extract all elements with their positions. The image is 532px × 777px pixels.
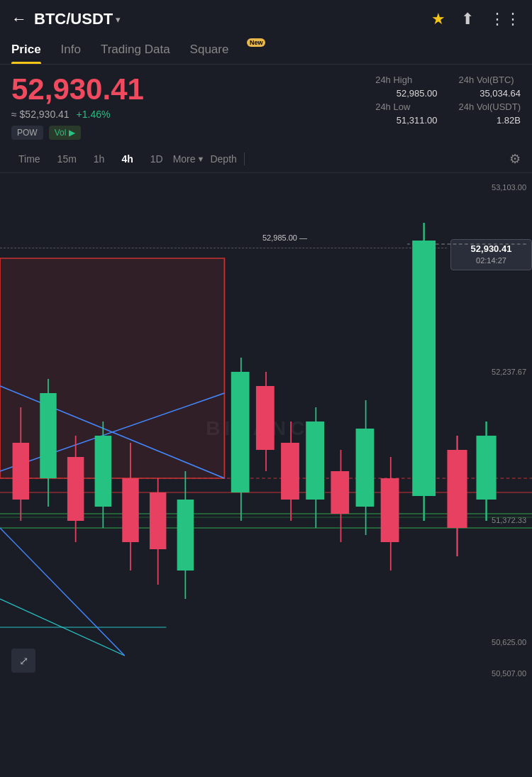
new-badge: New xyxy=(247,38,266,47)
low-label: 24h Low xyxy=(375,101,437,112)
vol-tag[interactable]: Vol ▶ xyxy=(49,126,81,140)
price-change: +1.46% xyxy=(77,109,111,120)
interval-15m[interactable]: 15m xyxy=(50,150,84,168)
price-annotation-52985: 52,985.00 — xyxy=(262,233,307,242)
chart-area[interactable]: BINANCE 53,103.00 52,985.00 52,237.67 51… xyxy=(0,173,532,684)
interval-1h[interactable]: 1h xyxy=(87,150,112,168)
svg-rect-17 xyxy=(67,457,84,521)
tab-square[interactable]: Square New xyxy=(190,35,250,64)
svg-rect-35 xyxy=(331,471,349,514)
pair-dropdown[interactable]: ▾ xyxy=(116,14,121,25)
header: ← BTC/USDT ▾ ★ ⬆ ⋮⋮ xyxy=(0,0,532,35)
svg-rect-31 xyxy=(281,443,299,500)
svg-rect-33 xyxy=(306,421,324,500)
svg-rect-25 xyxy=(177,500,194,571)
tag-row: POW Vol ▶ xyxy=(11,126,375,140)
svg-rect-13 xyxy=(13,443,29,500)
svg-rect-19 xyxy=(95,436,111,507)
price-usd: ≈ $52,930.41 +1.46% xyxy=(11,109,375,120)
pow-tag[interactable]: POW xyxy=(11,126,43,140)
svg-rect-15 xyxy=(40,393,56,478)
svg-rect-39 xyxy=(381,478,399,542)
tab-price[interactable]: Price xyxy=(11,35,41,64)
header-icons: ★ ⬆ ⋮⋮ xyxy=(431,10,521,28)
chart-controls: Time 15m 1h 4h 1D More ▼ Depth ⚙ xyxy=(0,145,532,173)
svg-rect-29 xyxy=(256,386,275,450)
svg-rect-27 xyxy=(231,372,250,492)
vol-usdt-label: 24h Vol(USDT) xyxy=(459,101,521,112)
svg-rect-0 xyxy=(0,258,224,478)
chart-settings-icon[interactable]: ⚙ xyxy=(509,151,521,167)
interval-4h[interactable]: 4h xyxy=(114,150,140,168)
back-button[interactable]: ← xyxy=(11,10,27,28)
fullscreen-icon: ⤢ xyxy=(19,654,28,668)
vol-btc-value: 35,034.64 xyxy=(459,88,521,99)
high-label: 24h High xyxy=(375,75,437,85)
high-value: 52,985.00 xyxy=(375,88,437,99)
low-value: 51,311.00 xyxy=(375,115,437,126)
share-icon[interactable]: ⬆ xyxy=(461,10,474,28)
more-arrow-icon: ▼ xyxy=(197,155,205,163)
price-stats: 24h High 24h Vol(BTC) 52,985.00 35,034.6… xyxy=(375,75,521,140)
candlestick-chart xyxy=(0,173,532,684)
svg-rect-43 xyxy=(447,450,467,528)
tab-info[interactable]: Info xyxy=(61,35,81,64)
grid-icon[interactable]: ⋮⋮ xyxy=(489,10,521,28)
divider xyxy=(244,153,245,165)
vol-btc-label: 24h Vol(BTC) xyxy=(459,75,521,85)
vol-usdt-value: 1.82B xyxy=(459,115,521,126)
price-section: 52,930.41 ≈ $52,930.41 +1.46% POW Vol ▶ … xyxy=(0,65,532,145)
depth-btn[interactable]: Depth xyxy=(210,153,236,165)
tab-trading-data[interactable]: Trading Data xyxy=(101,35,170,64)
interval-1d[interactable]: 1D xyxy=(143,150,170,168)
svg-rect-37 xyxy=(356,429,375,507)
tab-bar: Price Info Trading Data Square New xyxy=(0,35,532,65)
trading-pair: BTC/USDT xyxy=(34,10,113,28)
svg-rect-41 xyxy=(412,241,436,496)
more-btn[interactable]: More ▼ xyxy=(173,153,205,165)
svg-rect-23 xyxy=(150,492,166,549)
main-price: 52,930.41 xyxy=(11,75,375,104)
svg-line-10 xyxy=(0,528,125,656)
price-left: 52,930.41 ≈ $52,930.41 +1.46% POW Vol ▶ xyxy=(11,75,375,140)
favorite-icon[interactable]: ★ xyxy=(431,10,445,28)
time-btn[interactable]: Time xyxy=(11,150,48,168)
svg-rect-45 xyxy=(476,436,496,500)
fullscreen-button[interactable]: ⤢ xyxy=(11,649,35,673)
svg-rect-21 xyxy=(122,478,138,542)
